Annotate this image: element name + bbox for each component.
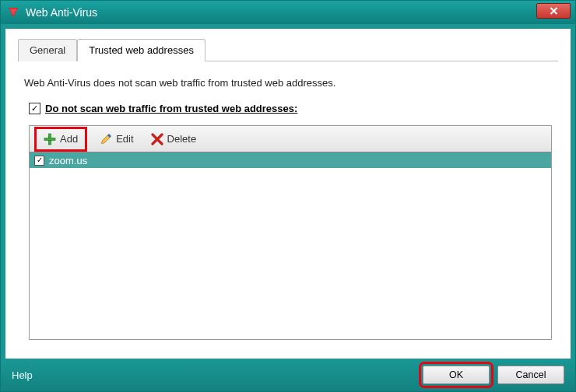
window-title: Web Anti-Virus (26, 6, 97, 19)
tab-body: Web Anti-Virus does not scan web traffic… (18, 61, 558, 346)
app-icon (7, 6, 19, 19)
edit-button[interactable]: Edit (95, 130, 138, 149)
x-icon (151, 133, 163, 145)
scan-toggle-label: Do not scan web traffic from trusted web… (45, 103, 297, 114)
titlebar: Web Anti-Virus (1, 1, 575, 24)
svg-rect-1 (44, 138, 55, 140)
add-highlight: Add (34, 127, 87, 152)
delete-label: Delete (167, 133, 197, 145)
list-item[interactable]: ✓ zoom.us (30, 152, 551, 168)
cancel-button[interactable]: Cancel (497, 366, 564, 384)
ok-button[interactable]: OK (423, 366, 490, 384)
help-link[interactable]: Help (12, 369, 33, 381)
pencil-icon (100, 133, 112, 145)
window-frame: Web Anti-Virus General Trusted web addre… (0, 0, 576, 392)
list-toolbar: Add Edit (30, 126, 551, 152)
add-label: Add (60, 133, 78, 145)
tab-strip: General Trusted web addresses (18, 38, 558, 61)
list-item-value: zoom.us (49, 155, 87, 166)
delete-button[interactable]: Delete (146, 130, 202, 149)
plus-icon (44, 133, 56, 145)
scan-toggle-checkbox[interactable]: ✓ (29, 103, 40, 114)
scan-toggle-row: ✓ Do not scan web traffic from trusted w… (29, 103, 552, 114)
content-area: General Trusted web addresses Web Anti-V… (5, 29, 571, 359)
address-list[interactable]: ✓ zoom.us (30, 152, 551, 339)
tab-trusted-addresses[interactable]: Trusted web addresses (77, 39, 205, 61)
tab-general[interactable]: General (18, 39, 77, 61)
description-text: Web Anti-Virus does not scan web traffic… (24, 77, 552, 89)
footer-bar: Help OK Cancel (1, 359, 575, 391)
edit-label: Edit (116, 133, 133, 145)
close-button[interactable] (536, 3, 571, 19)
list-item-checkbox[interactable]: ✓ (34, 156, 44, 166)
address-list-container: Add Edit (29, 125, 552, 340)
add-button[interactable]: Add (39, 130, 83, 149)
